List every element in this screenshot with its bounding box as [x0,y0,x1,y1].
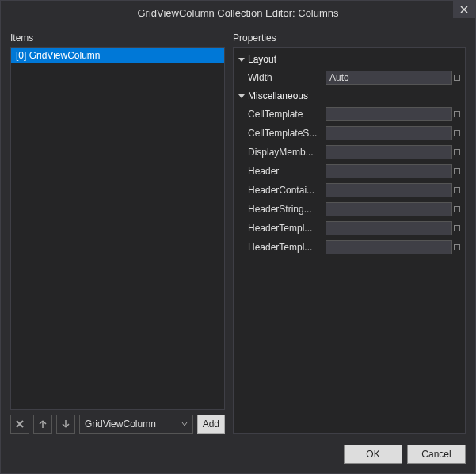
property-input[interactable] [326,145,452,159]
items-toolbar: GridViewColumn Add [10,415,225,434]
item-type-value: GridViewColumn [85,419,156,430]
property-label: HeaderTempl... [248,223,324,234]
property-marker[interactable] [454,111,460,117]
add-button[interactable]: Add [197,415,225,434]
property-input[interactable] [326,202,452,216]
property-input[interactable] [326,240,452,254]
close-icon [460,6,468,13]
property-input-wrap [326,183,460,197]
property-marker[interactable] [454,130,460,136]
property-marker[interactable] [454,187,460,193]
property-input-wrap [326,126,460,140]
list-item[interactable]: [0] GridViewColumn [11,48,224,63]
property-label: CellTemplateS... [248,128,324,139]
properties-panel: Properties LayoutWidthMiscellaneousCellT… [233,32,466,434]
arrow-down-icon [61,419,70,429]
property-row: Width [238,68,460,87]
expand-icon [238,58,245,62]
property-row: CellTemplateS... [238,124,460,143]
category-header[interactable]: Layout [238,51,460,68]
property-label: HeaderString... [248,204,324,215]
x-icon [15,419,25,429]
property-row: HeaderTempl... [238,238,460,257]
property-marker[interactable] [454,75,460,81]
dialog-buttons: OK Cancel [10,442,466,464]
property-input[interactable] [326,126,452,140]
property-marker[interactable] [454,244,460,250]
expand-icon [238,94,245,98]
arrow-up-icon [38,419,48,429]
property-input[interactable] [326,183,452,197]
property-input-wrap [326,71,460,85]
chevron-down-icon [181,421,188,427]
property-label: DisplayMemb... [248,147,324,158]
items-label: Items [10,32,225,44]
property-input[interactable] [326,107,452,121]
add-button-label: Add [203,419,219,430]
category-header[interactable]: Miscellaneous [238,87,460,105]
property-marker[interactable] [454,206,460,212]
property-input-wrap [326,164,460,178]
move-down-button[interactable] [56,415,75,434]
ok-button[interactable]: OK [344,445,402,464]
property-label: HeaderContai... [248,185,324,196]
category-label: Layout [248,54,276,65]
property-input[interactable] [326,71,452,85]
property-row: HeaderTempl... [238,219,460,238]
items-listbox[interactable]: [0] GridViewColumn [10,47,225,410]
main-area: Items [0] GridViewColumn GridViewColumn [10,32,466,434]
item-type-select[interactable]: GridViewColumn [79,415,193,434]
property-input[interactable] [326,221,452,235]
category-label: Miscellaneous [248,90,308,101]
property-row: HeaderString... [238,200,460,219]
property-input-wrap [326,221,460,235]
property-label: Width [248,72,324,83]
properties-label: Properties [233,32,466,44]
titlebar: GridViewColumn Collection Editor: Column… [1,1,475,25]
property-input-wrap [326,145,460,159]
dialog-content: Items [0] GridViewColumn GridViewColumn [1,25,475,473]
property-label: CellTemplate [248,109,324,120]
property-input-wrap [326,240,460,254]
properties-grid[interactable]: LayoutWidthMiscellaneousCellTemplateCell… [233,47,466,434]
items-panel: Items [0] GridViewColumn GridViewColumn [10,32,225,434]
property-row: HeaderContai... [238,181,460,200]
property-input[interactable] [326,164,452,178]
move-up-button[interactable] [33,415,52,434]
cancel-button[interactable]: Cancel [407,445,466,464]
property-row: Header [238,162,460,181]
close-button[interactable] [453,1,475,18]
property-input-wrap [326,107,460,121]
dialog-window: GridViewColumn Collection Editor: Column… [0,0,476,474]
property-marker[interactable] [454,225,460,231]
property-row: DisplayMemb... [238,143,460,162]
property-row: CellTemplate [238,105,460,124]
property-input-wrap [326,202,460,216]
dialog-title: GridViewColumn Collection Editor: Column… [137,7,338,19]
property-label: HeaderTempl... [248,242,324,253]
delete-item-button[interactable] [10,415,29,434]
property-marker[interactable] [454,149,460,155]
property-label: Header [248,166,324,177]
property-marker[interactable] [454,168,460,174]
